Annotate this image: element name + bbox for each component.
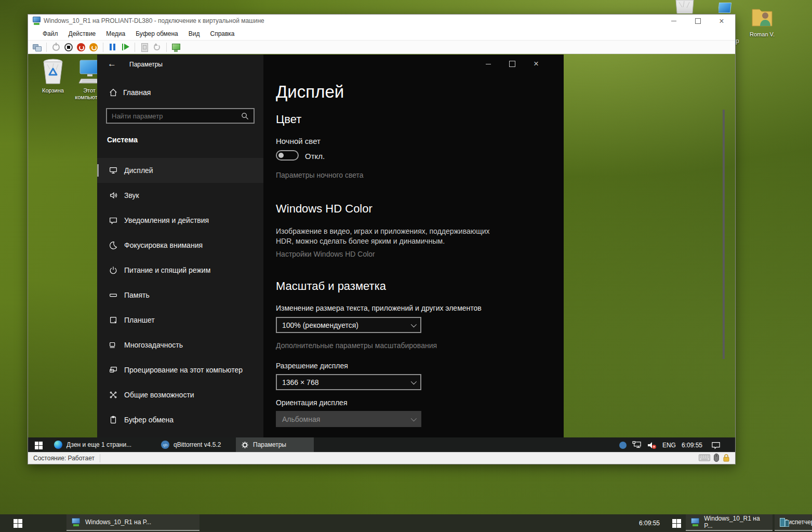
sidebar-item-tablet[interactable]: Планшет: [97, 308, 263, 332]
network-icon[interactable]: [632, 441, 642, 449]
shutdown-vm-icon[interactable]: [76, 43, 86, 52]
hdr-settings-link[interactable]: Настройки Windows HD Color: [276, 250, 375, 258]
night-light-settings-link[interactable]: Параметры ночного света: [276, 171, 364, 179]
resolution-dropdown[interactable]: 1366 × 768: [276, 374, 421, 390]
sidebar-item-clipboard[interactable]: Буфер обмена: [97, 407, 263, 432]
guest-icon-label: Корзина: [33, 87, 73, 94]
night-light-toggle[interactable]: [276, 150, 299, 161]
sidebar-item-label: Планшет: [124, 316, 155, 324]
guest-clock[interactable]: 6:09:55: [682, 442, 702, 449]
volume-muted-icon[interactable]: [647, 441, 657, 449]
guest-taskbar: Дзен и еще 1 страни... qb qBittorrent v4…: [28, 437, 735, 453]
tray-qbittorrent-icon[interactable]: [619, 442, 627, 449]
taskbar-tab-label: Параметры: [253, 441, 286, 448]
vm-status-text: Состояние: Работает: [28, 455, 100, 462]
host-task-hyperv-manager[interactable]: Диспетчер: [775, 514, 812, 531]
sidebar-item-shared-experiences[interactable]: Общие возможности: [97, 382, 263, 407]
sidebar-section-heading: Система: [107, 136, 138, 144]
display-icon: [109, 166, 118, 175]
checkpoint-icon[interactable]: [171, 43, 181, 52]
pause-vm-icon[interactable]: [108, 43, 117, 52]
host-task-vm-window[interactable]: Windows_10_R1 на P...: [66, 514, 199, 531]
guest-system-tray: ENG 6:09:55: [619, 437, 721, 453]
revert-vm-icon[interactable]: [152, 43, 162, 52]
projecting-icon: [109, 365, 118, 375]
host-clock[interactable]: 6:09:55: [622, 514, 660, 532]
menu-help[interactable]: Справка: [205, 29, 239, 39]
start-vm-icon[interactable]: [51, 43, 61, 52]
vm-menubar: Файл Действие Медиа Буфер обмена Вид Спр…: [28, 28, 735, 40]
language-indicator[interactable]: ENG: [662, 442, 676, 449]
sidebar-item-notifications[interactable]: Уведомления и действия: [97, 208, 263, 233]
search-input[interactable]: [107, 112, 241, 120]
vm-maximize-button[interactable]: [686, 15, 709, 28]
settings-search-box[interactable]: [106, 108, 255, 124]
hdr-heading: Windows HD Color: [276, 202, 372, 216]
ctrl-alt-del-icon[interactable]: [32, 43, 42, 52]
advanced-scaling-link[interactable]: Дополнительные параметры масштабирования: [276, 341, 437, 350]
gear-icon: [241, 441, 249, 449]
save-vm-icon[interactable]: [89, 43, 98, 52]
sidebar-item-home[interactable]: Главная: [109, 88, 151, 97]
taskbar-tab-settings[interactable]: Параметры: [236, 437, 314, 453]
lock-status-icon: [723, 454, 730, 462]
tablet-icon: [109, 315, 118, 325]
host-task-vm-window-monitor2[interactable]: Windows_10_R1 на P...: [686, 514, 773, 531]
back-button[interactable]: ←: [108, 59, 116, 69]
shared-experiences-icon: [109, 390, 118, 400]
host-clock-text: 6:09:55: [639, 520, 660, 527]
guest-icon-recycle-bin[interactable]: Корзина: [33, 58, 73, 94]
action-center-icon[interactable]: [711, 441, 721, 449]
settings-sidebar: ← Параметры Главная Систем: [97, 55, 263, 437]
sidebar-item-focus-assist[interactable]: Фокусировка внимания: [97, 233, 263, 258]
export-vm-icon[interactable]: [140, 43, 149, 52]
scale-heading: Масштаб и разметка: [276, 280, 386, 293]
scrollbar-thumb[interactable]: [723, 110, 725, 359]
partial-recycle-bin-icon[interactable]: [673, 0, 697, 14]
menu-action[interactable]: Действие: [63, 29, 101, 39]
sidebar-item-multitasking[interactable]: Многозадачность: [97, 332, 263, 357]
taskbar-tab-label: qBittorrent v4.5.2: [174, 441, 221, 448]
taskbar-tab-qbittorrent[interactable]: qb qBittorrent v4.5.2: [156, 437, 234, 453]
sidebar-item-display[interactable]: Дисплей: [97, 158, 263, 183]
menu-file[interactable]: Файл: [37, 29, 63, 39]
chevron-down-icon: [411, 321, 417, 327]
sidebar-item-projecting[interactable]: Проецирование на этот компьютер: [97, 357, 263, 382]
partial-computer-icon[interactable]: [718, 3, 732, 14]
scale-dropdown[interactable]: 100% (рекомендуется): [276, 317, 421, 333]
guest-start-button[interactable]: [28, 437, 49, 453]
chevron-down-icon: [411, 415, 417, 421]
orientation-dropdown[interactable]: Альбомная: [276, 411, 421, 427]
color-heading: Цвет: [276, 113, 301, 126]
vm-titlebar: Windows_10_R1 на PROLIANT-DL380 - подклю…: [28, 15, 735, 28]
sidebar-item-power-sleep[interactable]: Питание и спящий режим: [97, 258, 263, 283]
settings-close-button[interactable]: ×: [527, 57, 545, 71]
resume-vm-icon[interactable]: [121, 43, 130, 52]
hyperv-window-icon: [33, 17, 41, 25]
search-icon[interactable]: [241, 112, 249, 120]
vm-minimize-button[interactable]: [662, 15, 685, 28]
host-start-button-monitor2[interactable]: [666, 514, 687, 532]
mouse-status-icon: [714, 454, 719, 462]
menu-media[interactable]: Медиа: [101, 29, 130, 39]
host-task-label: Windows_10_R1 на P...: [704, 515, 767, 529]
sidebar-item-sound[interactable]: Звук: [97, 183, 263, 208]
settings-maximize-button[interactable]: [503, 57, 521, 71]
desktop-icon-user-folder[interactable]: Roman V.: [743, 5, 781, 38]
vm-close-button[interactable]: ×: [710, 15, 733, 28]
notifications-icon: [109, 216, 118, 225]
menu-view[interactable]: Вид: [183, 29, 205, 39]
host-start-button[interactable]: [7, 514, 28, 532]
vm-connection-window: Windows_10_R1 на PROLIANT-DL380 - подклю…: [28, 14, 736, 464]
windows-logo-icon: [14, 519, 22, 528]
sidebar-item-label: Многозадачность: [124, 341, 183, 349]
settings-nav: Дисплей Звук Уведомления и действия: [97, 158, 263, 432]
turn-off-vm-icon[interactable]: [64, 43, 73, 52]
vm-toolbar: [28, 40, 735, 54]
settings-minimize-button[interactable]: [480, 57, 497, 71]
menu-clipboard[interactable]: Буфер обмена: [130, 29, 183, 39]
taskbar-tab-edge[interactable]: Дзен и еще 1 страни...: [49, 437, 154, 453]
scale-label: Изменение размера текста, приложений и д…: [276, 304, 482, 312]
home-icon: [109, 88, 118, 97]
sidebar-item-storage[interactable]: Память: [97, 283, 263, 308]
